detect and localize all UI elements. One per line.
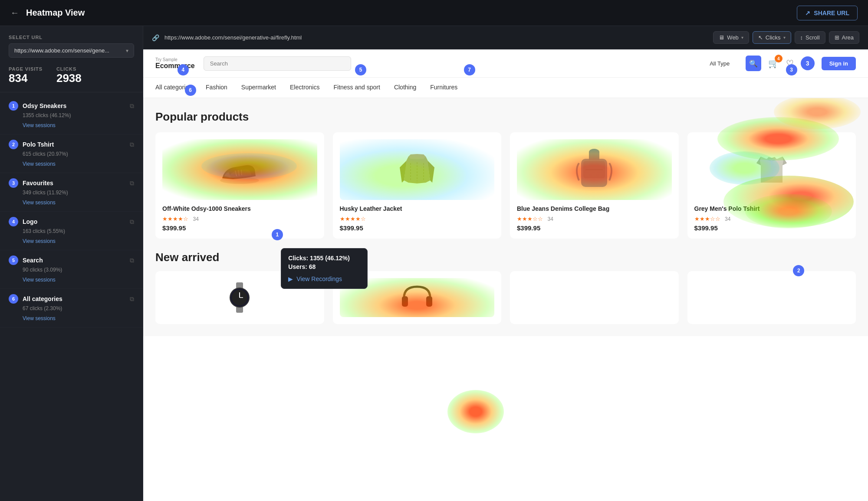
share-url-label: SHARE URL (814, 10, 849, 16)
list-item[interactable]: 2 Polo Tshirt ⧉ 615 clicks (20.97%) View… (0, 134, 143, 173)
item-stats: 615 clicks (20.97%) (23, 151, 134, 157)
nav-item-fashion[interactable]: Fashion (206, 78, 227, 98)
view-recordings-button[interactable]: ▶ View Recordings (288, 275, 342, 282)
item-stats: 349 clicks (11.92%) (23, 190, 134, 196)
link-icon: 🔗 (152, 34, 159, 41)
copy-icon[interactable]: ⧉ (130, 295, 134, 303)
page-visits-value: 834 (9, 72, 43, 85)
site-user-badge[interactable]: 3 (801, 56, 815, 70)
url-section: SELECT URL https://www.adobe.com/sensei/… (0, 26, 143, 58)
click-tooltip: Clicks: 1355 (46.12%) Users: 68 ▶ View R… (281, 248, 368, 289)
clicks-value: 2938 (56, 72, 82, 85)
item-name: All categories (23, 295, 125, 302)
nav-item-furnitures[interactable]: Furnitures (430, 78, 457, 98)
copy-icon[interactable]: ⧉ (130, 141, 134, 148)
nav-item-supermarket[interactable]: Supermarket (241, 78, 276, 98)
site-header-right: All Type · 🔍 🛒 4 ♡ 3 Sign in (710, 56, 856, 71)
tooltip-clicks-label: Clicks: (288, 255, 308, 262)
view-sessions-link[interactable]: View sessions (23, 275, 134, 283)
website-inner: Try Sample Ecommerce All Type · 🔍 🛒 4 (143, 49, 868, 501)
product-price: $399.95 (517, 224, 672, 232)
new-product-image (517, 278, 672, 317)
view-sessions-link[interactable]: View sessions (23, 237, 134, 245)
item-number: 3 (9, 178, 18, 188)
product-price: $399.95 (162, 224, 317, 232)
star-rating: ★★★★☆ (162, 216, 188, 222)
list-item-header: 3 Favourites ⧉ (9, 178, 134, 188)
web-label: Web (727, 34, 739, 41)
item-name: Search (23, 257, 125, 264)
share-url-button[interactable]: ↗ SHARE URL (797, 6, 858, 20)
nav-item-fitness[interactable]: Fitness and sport (333, 78, 380, 98)
heatmap-blob (162, 139, 317, 200)
sidebar: SELECT URL https://www.adobe.com/sensei/… (0, 26, 143, 501)
item-number: 5 (9, 255, 18, 265)
view-sessions-link[interactable]: View sessions (23, 198, 134, 206)
product-card: Husky Leather Jacket ★★★★☆ $399.95 (333, 132, 502, 239)
list-item[interactable]: 5 Search ⧉ 90 clicks (3.09%) View sessio… (0, 250, 143, 289)
site-logo-small: Try Sample (155, 57, 195, 62)
list-item[interactable]: 3 Favourites ⧉ 349 clicks (11.92%) View … (0, 173, 143, 212)
copy-icon[interactable]: ⧉ (130, 102, 134, 110)
product-image (340, 139, 495, 200)
view-recordings-label: View Recordings (296, 275, 342, 282)
chevron-down-icon: ▾ (783, 35, 786, 40)
page-title: Heatmap View (26, 8, 797, 18)
product-name: Blue Jeans Denims College Bag (517, 205, 672, 212)
clicks-view-button[interactable]: ↖ Clicks ▾ (753, 31, 791, 44)
new-arrived-products (155, 271, 856, 324)
site-cart[interactable]: 🛒 4 (768, 58, 779, 69)
view-sessions-link[interactable]: View sessions (23, 121, 134, 129)
copy-icon[interactable]: ⧉ (130, 257, 134, 264)
copy-icon[interactable]: ⧉ (130, 218, 134, 226)
web-view-button[interactable]: 🖥 Web ▾ (713, 31, 749, 44)
select-url-label: SELECT URL (9, 35, 134, 40)
item-number: 4 (9, 217, 18, 226)
site-favorites[interactable]: ♡ (786, 58, 794, 69)
play-icon: ▶ (288, 275, 293, 282)
tooltip-users-label: Users: (288, 263, 307, 270)
new-arrived-product-card (687, 271, 856, 324)
site-logo-large: Ecommerce (155, 62, 195, 70)
product-stars: ★★★★☆ (340, 215, 495, 223)
nav-item-all-categories[interactable]: All categories (155, 78, 192, 98)
item-stats: 67 clicks (2.30%) (23, 305, 134, 311)
list-item[interactable]: 4 Logo ⧉ 163 clicks (5.55%) View session… (0, 212, 143, 250)
rating-count: 34 (725, 216, 730, 222)
nav-item-clothing[interactable]: Clothing (394, 78, 416, 98)
product-card: Off-White Odsy-1000 Sneakers ★★★★☆ 34 $3… (155, 132, 324, 239)
tooltip-clicks-value: 1355 (46.12%) (310, 255, 350, 262)
star-rating: ★★★★☆ (340, 216, 366, 222)
nav-item-electronics[interactable]: Electronics (290, 78, 319, 98)
copy-icon[interactable]: ⧉ (130, 180, 134, 187)
cart-badge: 4 (775, 55, 783, 62)
page-visits-stat: PAGE VISITS 834 (9, 66, 43, 85)
products-grid: Off-White Odsy-1000 Sneakers ★★★★☆ 34 $3… (155, 132, 856, 239)
list-item[interactable]: 6 All categories ⧉ 67 clicks (2.30%) Vie… (0, 289, 143, 327)
area-view-button[interactable]: ⊞ Area (829, 31, 859, 44)
chevron-down-icon: ▾ (741, 35, 743, 40)
back-button[interactable]: ← (10, 8, 19, 18)
site-nav: All categories Fashion Supermarket Elect… (143, 78, 868, 98)
view-controls: 🖥 Web ▾ ↖ Clicks ▾ ↕ Scroll ⊞ Area (713, 31, 859, 44)
watch-graphic (227, 280, 253, 315)
view-sessions-link[interactable]: View sessions (23, 160, 134, 167)
item-name: Logo (23, 218, 125, 225)
site-body: Popular products (143, 98, 868, 336)
item-name: Favourites (23, 180, 125, 187)
tooltip-users: Users: 68 (288, 263, 360, 270)
site-signin-button[interactable]: Sign in (822, 57, 856, 70)
list-item-header: 4 Logo ⧉ (9, 217, 134, 226)
heatmap-bottom-center-blob (447, 390, 504, 433)
url-dropdown[interactable]: https://www.adobe.com/sensei/gene... ▾ (9, 43, 134, 58)
site-search-input[interactable] (204, 56, 351, 71)
clicks-label: CLICKS (56, 66, 82, 72)
list-item[interactable]: 1 Odsy Sneakers ⧉ 1355 clicks (46.12%) V… (0, 96, 143, 134)
site-search-button[interactable]: 🔍 (746, 56, 761, 71)
view-sessions-link[interactable]: View sessions (23, 314, 134, 322)
star-rating: ★★★☆☆ (694, 216, 720, 222)
scroll-view-button[interactable]: ↕ Scroll (795, 31, 825, 44)
url-dropdown-value: https://www.adobe.com/sensei/gene... (14, 47, 122, 54)
item-name: Odsy Sneakers (23, 102, 125, 109)
product-image (694, 139, 849, 200)
